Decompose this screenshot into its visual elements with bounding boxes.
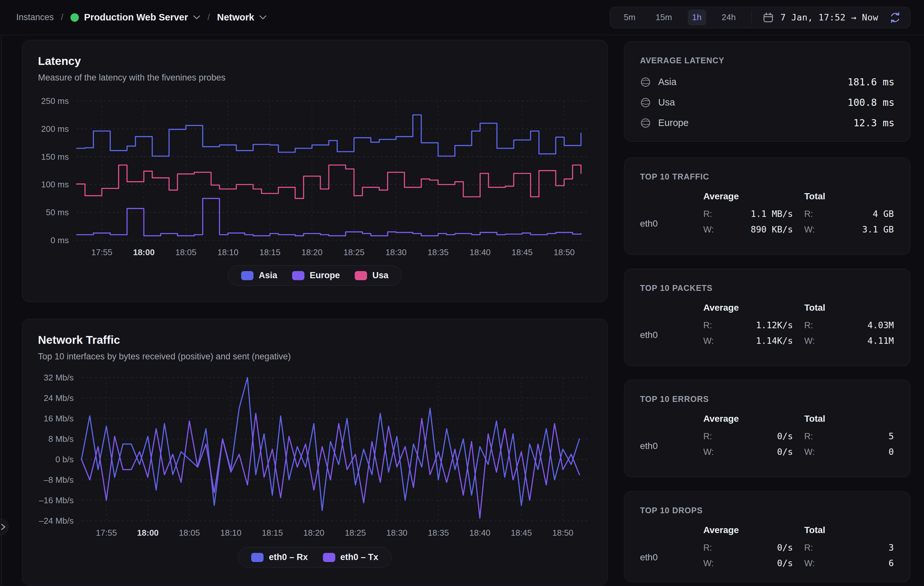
legend-item-eth0-rx[interactable]: eth0 – Rx [251, 552, 308, 562]
w-label: W: [703, 558, 714, 568]
column-header-average: Average [703, 525, 793, 541]
legend-item-europe[interactable]: Europe [292, 271, 340, 281]
svg-text:18:50: 18:50 [553, 528, 574, 538]
usa-swatch [355, 271, 367, 280]
top10-traffic-title: TOP 10 TRAFFIC [640, 172, 894, 182]
svg-text:18:00: 18:00 [133, 248, 155, 257]
instance-selector[interactable]: Production Web Server [71, 12, 200, 23]
legend-item-usa[interactable]: Usa [355, 271, 388, 281]
top10-drops-panel: TOP 10 DROPS Average Total eth0 R:0/s R:… [624, 491, 910, 582]
latency-legend: Asia Europe Usa [22, 265, 607, 286]
svg-text:18:10: 18:10 [218, 248, 239, 257]
avg-read-value: 0/s [777, 431, 793, 441]
sidebar-expander-button[interactable] [0, 518, 8, 535]
svg-text:150 ms: 150 ms [41, 152, 69, 162]
legend-item-eth0-tx[interactable]: eth0 – Tx [323, 552, 378, 562]
legend-item-asia[interactable]: Asia [241, 271, 277, 281]
legend-label: Asia [259, 271, 277, 281]
total-read-value: 3 [889, 543, 894, 553]
refresh-button[interactable] [889, 12, 901, 23]
w-label: W: [804, 224, 815, 235]
breadcrumb-separator: / [61, 12, 64, 22]
avg-read-value: 1.12K/s [756, 320, 793, 330]
interface-name: eth0 [640, 218, 703, 229]
controls-divider [751, 11, 752, 24]
region-label: Usa [658, 97, 675, 108]
avg-read-value: 0/s [777, 543, 793, 553]
region-label: Europe [658, 117, 689, 128]
tx-swatch [323, 553, 335, 562]
breadcrumb-separator: / [207, 12, 210, 22]
latency-subtitle: Measure of the latency with the fivenine… [38, 73, 226, 83]
asia-swatch [241, 271, 254, 280]
svg-text:18:35: 18:35 [428, 528, 449, 538]
column-header-total: Total [804, 191, 894, 208]
total-read-value: 4 GB [873, 209, 894, 219]
list-item: Europe 12.3 ms [640, 117, 894, 129]
svg-text:18:20: 18:20 [302, 248, 323, 257]
globe-icon [640, 77, 651, 87]
breadcrumb: Instances / Production Web Server / Netw… [16, 12, 266, 23]
legend-pill: eth0 – Rx eth0 – Tx [238, 547, 391, 568]
svg-text:8 Mb/s: 8 Mb/s [48, 434, 74, 444]
avg-write-value: 890 KB/s [751, 224, 793, 234]
column-header-total: Total [804, 302, 894, 319]
dashboard-page: Instances / Production Web Server / Netw… [0, 0, 924, 586]
range-5m-button[interactable]: 5m [619, 10, 640, 25]
average-latency-panel: AVERAGE LATENCY Asia 181.6 ms Usa 100.8 … [624, 41, 910, 142]
column-header-total: Total [804, 414, 894, 430]
avg-read-value: 1.1 MB/s [751, 209, 793, 219]
svg-text:–16 Mb/s: –16 Mb/s [39, 495, 74, 505]
network-traffic-chart: 17:5518:0018:0518:1018:1518:2018:2518:30… [22, 370, 603, 543]
svg-text:18:40: 18:40 [469, 528, 490, 538]
svg-text:–8 Mb/s: –8 Mb/s [44, 475, 74, 485]
svg-text:18:45: 18:45 [511, 528, 532, 538]
legend-pill: Asia Europe Usa [228, 265, 402, 286]
breadcrumb-instances-link[interactable]: Instances [16, 12, 54, 22]
legend-label: eth0 – Tx [340, 552, 378, 562]
globe-icon [640, 97, 651, 108]
range-1h-button[interactable]: 1h [688, 10, 706, 25]
column-header-average: Average [703, 191, 793, 208]
globe-icon [640, 117, 651, 129]
w-label: W: [703, 336, 714, 346]
range-24h-button[interactable]: 24h [717, 10, 740, 25]
w-label: W: [804, 447, 815, 457]
section-selector[interactable]: Network [217, 12, 266, 23]
svg-text:24 Mb/s: 24 Mb/s [44, 393, 74, 403]
svg-text:17:55: 17:55 [96, 528, 117, 538]
rx-swatch [251, 553, 264, 562]
w-label: W: [804, 558, 815, 568]
chevron-right-icon [0, 523, 6, 530]
svg-text:18:25: 18:25 [343, 248, 365, 257]
svg-text:18:35: 18:35 [427, 248, 449, 257]
interface-name: eth0 [640, 441, 703, 451]
chevron-down-icon [259, 15, 266, 20]
svg-text:18:50: 18:50 [554, 248, 575, 257]
svg-text:50 ms: 50 ms [46, 208, 69, 217]
w-label: W: [703, 224, 714, 235]
interface-name: eth0 [640, 330, 703, 340]
svg-text:18:20: 18:20 [304, 528, 325, 538]
chevron-down-icon [193, 15, 200, 20]
svg-text:18:15: 18:15 [262, 528, 283, 538]
latency-value: 12.3 ms [853, 117, 894, 129]
svg-text:17:55: 17:55 [91, 248, 112, 257]
range-15m-button[interactable]: 15m [651, 10, 676, 25]
total-write-value: 4.11M [868, 336, 894, 346]
legend-label: Europe [310, 271, 340, 281]
svg-text:16 Mb/s: 16 Mb/s [44, 414, 74, 423]
r-label: R: [703, 431, 712, 442]
svg-text:18:00: 18:00 [137, 528, 159, 538]
latency-title: Latency [38, 54, 81, 68]
svg-text:0 b/s: 0 b/s [56, 454, 74, 464]
instance-name: Production Web Server [84, 12, 188, 23]
top10-packets-panel: TOP 10 PACKETS Average Total eth0 R:1.12… [624, 269, 910, 366]
r-label: R: [703, 209, 712, 219]
svg-text:18:30: 18:30 [386, 248, 407, 257]
network-traffic-title: Network Traffic [38, 333, 120, 347]
stat-table: Average Total eth0 R:0/s R:3 W:0/s W:6 [640, 525, 894, 572]
latency-panel: Latency Measure of the latency with the … [22, 40, 607, 302]
r-label: R: [703, 320, 712, 330]
date-range-button[interactable]: 7 Jan, 17:52 → Now [763, 12, 878, 23]
